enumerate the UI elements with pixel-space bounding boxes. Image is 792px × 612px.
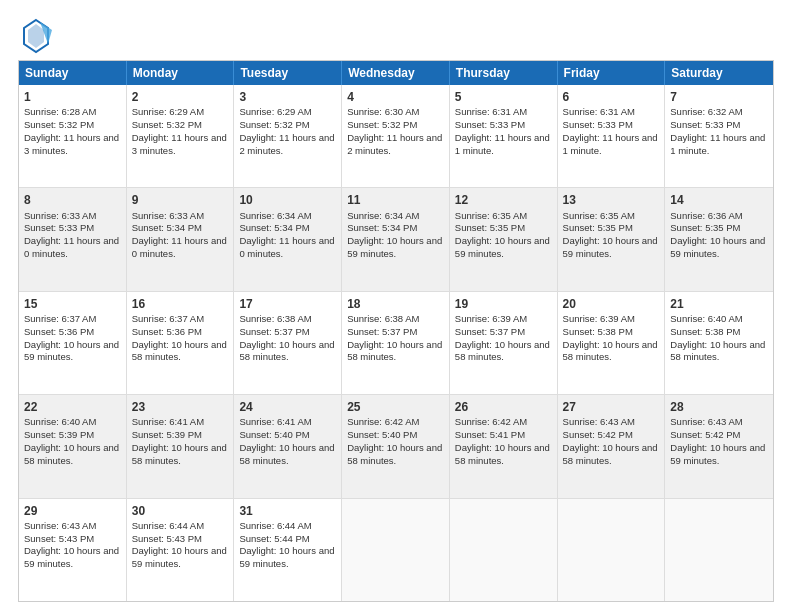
day-number: 31 [239,503,336,519]
header-day-monday: Monday [127,61,235,85]
sunrise-label: Sunrise: 6:28 AM [24,106,96,117]
daylight-label: Daylight: 10 hours and 58 minutes. [670,339,765,363]
sunset-label: Sunset: 5:43 PM [132,533,202,544]
sunrise-label: Sunrise: 6:40 AM [24,416,96,427]
sunrise-label: Sunrise: 6:38 AM [239,313,311,324]
daylight-label: Daylight: 10 hours and 58 minutes. [455,442,550,466]
sunrise-label: Sunrise: 6:41 AM [239,416,311,427]
day-number: 14 [670,192,768,208]
cal-cell-day-26: 26Sunrise: 6:42 AMSunset: 5:41 PMDayligh… [450,395,558,497]
day-number: 17 [239,296,336,312]
day-number: 2 [132,89,229,105]
sunrise-label: Sunrise: 6:44 AM [239,520,311,531]
day-number: 15 [24,296,121,312]
sunrise-label: Sunrise: 6:43 AM [670,416,742,427]
daylight-label: Daylight: 10 hours and 58 minutes. [239,339,334,363]
header-day-wednesday: Wednesday [342,61,450,85]
daylight-label: Daylight: 11 hours and 0 minutes. [132,235,227,259]
daylight-label: Daylight: 10 hours and 58 minutes. [455,339,550,363]
day-number: 29 [24,503,121,519]
cal-cell-day-21: 21Sunrise: 6:40 AMSunset: 5:38 PMDayligh… [665,292,773,394]
calendar-row-3: 15Sunrise: 6:37 AMSunset: 5:36 PMDayligh… [19,292,773,395]
day-number: 7 [670,89,768,105]
sunrise-label: Sunrise: 6:39 AM [563,313,635,324]
cal-cell-day-2: 2Sunrise: 6:29 AMSunset: 5:32 PMDaylight… [127,85,235,187]
sunset-label: Sunset: 5:32 PM [24,119,94,130]
day-number: 25 [347,399,444,415]
sunset-label: Sunset: 5:39 PM [24,429,94,440]
sunset-label: Sunset: 5:34 PM [347,222,417,233]
sunrise-label: Sunrise: 6:34 AM [347,210,419,221]
daylight-label: Daylight: 11 hours and 0 minutes. [24,235,119,259]
daylight-label: Daylight: 11 hours and 1 minute. [670,132,765,156]
sunrise-label: Sunrise: 6:42 AM [347,416,419,427]
sunset-label: Sunset: 5:35 PM [563,222,633,233]
calendar-row-4: 22Sunrise: 6:40 AMSunset: 5:39 PMDayligh… [19,395,773,498]
header-day-friday: Friday [558,61,666,85]
cal-cell-day-17: 17Sunrise: 6:38 AMSunset: 5:37 PMDayligh… [234,292,342,394]
day-number: 16 [132,296,229,312]
header-day-tuesday: Tuesday [234,61,342,85]
cal-cell-day-5: 5Sunrise: 6:31 AMSunset: 5:33 PMDaylight… [450,85,558,187]
day-number: 4 [347,89,444,105]
day-number: 3 [239,89,336,105]
cal-cell-empty [450,499,558,601]
cal-cell-day-16: 16Sunrise: 6:37 AMSunset: 5:36 PMDayligh… [127,292,235,394]
sunrise-label: Sunrise: 6:29 AM [239,106,311,117]
sunrise-label: Sunrise: 6:41 AM [132,416,204,427]
sunrise-label: Sunrise: 6:42 AM [455,416,527,427]
day-number: 22 [24,399,121,415]
daylight-label: Daylight: 11 hours and 1 minute. [563,132,658,156]
day-number: 18 [347,296,444,312]
daylight-label: Daylight: 11 hours and 0 minutes. [239,235,334,259]
day-number: 13 [563,192,660,208]
daylight-label: Daylight: 10 hours and 58 minutes. [563,339,658,363]
cal-cell-day-22: 22Sunrise: 6:40 AMSunset: 5:39 PMDayligh… [19,395,127,497]
sunrise-label: Sunrise: 6:34 AM [239,210,311,221]
day-number: 12 [455,192,552,208]
sunset-label: Sunset: 5:42 PM [670,429,740,440]
sunrise-label: Sunrise: 6:35 AM [455,210,527,221]
cal-cell-day-20: 20Sunrise: 6:39 AMSunset: 5:38 PMDayligh… [558,292,666,394]
header-day-saturday: Saturday [665,61,773,85]
cal-cell-day-12: 12Sunrise: 6:35 AMSunset: 5:35 PMDayligh… [450,188,558,290]
sunrise-label: Sunrise: 6:39 AM [455,313,527,324]
sunset-label: Sunset: 5:32 PM [132,119,202,130]
sunrise-label: Sunrise: 6:31 AM [563,106,635,117]
sunset-label: Sunset: 5:34 PM [132,222,202,233]
svg-marker-1 [28,24,44,48]
cal-cell-day-23: 23Sunrise: 6:41 AMSunset: 5:39 PMDayligh… [127,395,235,497]
calendar-row-5: 29Sunrise: 6:43 AMSunset: 5:43 PMDayligh… [19,499,773,601]
cal-cell-day-18: 18Sunrise: 6:38 AMSunset: 5:37 PMDayligh… [342,292,450,394]
header [18,18,774,50]
sunset-label: Sunset: 5:44 PM [239,533,309,544]
day-number: 8 [24,192,121,208]
day-number: 6 [563,89,660,105]
daylight-label: Daylight: 10 hours and 58 minutes. [347,339,442,363]
day-number: 10 [239,192,336,208]
day-number: 1 [24,89,121,105]
cal-cell-empty [342,499,450,601]
sunrise-label: Sunrise: 6:40 AM [670,313,742,324]
sunset-label: Sunset: 5:36 PM [24,326,94,337]
sunset-label: Sunset: 5:32 PM [347,119,417,130]
cal-cell-day-28: 28Sunrise: 6:43 AMSunset: 5:42 PMDayligh… [665,395,773,497]
cal-cell-day-13: 13Sunrise: 6:35 AMSunset: 5:35 PMDayligh… [558,188,666,290]
daylight-label: Daylight: 10 hours and 58 minutes. [239,442,334,466]
cal-cell-empty [558,499,666,601]
sunrise-label: Sunrise: 6:36 AM [670,210,742,221]
sunset-label: Sunset: 5:32 PM [239,119,309,130]
sunrise-label: Sunrise: 6:35 AM [563,210,635,221]
day-number: 19 [455,296,552,312]
day-number: 24 [239,399,336,415]
daylight-label: Daylight: 10 hours and 58 minutes. [563,442,658,466]
daylight-label: Daylight: 10 hours and 58 minutes. [347,442,442,466]
sunset-label: Sunset: 5:37 PM [239,326,309,337]
sunrise-label: Sunrise: 6:37 AM [24,313,96,324]
sunset-label: Sunset: 5:43 PM [24,533,94,544]
day-number: 27 [563,399,660,415]
daylight-label: Daylight: 11 hours and 3 minutes. [132,132,227,156]
calendar-row-1: 1Sunrise: 6:28 AMSunset: 5:32 PMDaylight… [19,85,773,188]
daylight-label: Daylight: 10 hours and 59 minutes. [24,339,119,363]
cal-cell-empty [665,499,773,601]
